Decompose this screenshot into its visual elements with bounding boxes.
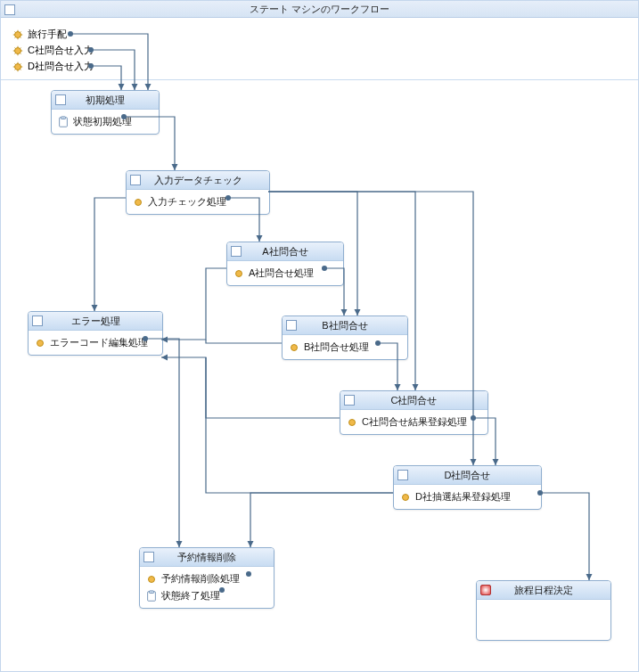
state-title: 初期処理 <box>86 94 125 107</box>
final-state-icon <box>480 585 491 595</box>
svg-point-8 <box>291 344 298 350</box>
activity: 状態初期処理 <box>57 113 153 130</box>
activity: 状態終了処理 <box>145 587 268 604</box>
state-header: 初期処理 <box>52 91 159 110</box>
state-title: C社問合せ <box>391 394 438 407</box>
state-c-inquiry[interactable]: C社問合せ C社問合せ結果登録処理 <box>340 390 488 435</box>
state-header: 予約情報削除 <box>140 548 274 567</box>
state-header: B社問合せ <box>283 316 407 335</box>
activity: 予約情報削除処理 <box>145 570 268 587</box>
state-header: エラー処理 <box>29 312 162 331</box>
svg-point-11 <box>149 576 155 582</box>
state-title: 旅程日程決定 <box>514 584 573 597</box>
activity-label: 入力チェック処理 <box>148 195 226 209</box>
svg-rect-4 <box>61 116 65 119</box>
state-body: 状態初期処理 <box>52 110 159 134</box>
activity: D社抽選結果登録処理 <box>399 488 536 505</box>
state-title: エラー処理 <box>71 315 120 328</box>
state-a-inquiry[interactable]: A社問合せ A社問合せ処理 <box>226 242 344 286</box>
state-body: エラーコード編集処理 <box>29 331 162 355</box>
square-icon <box>130 175 141 185</box>
title-bar: ステート マシンのワークフロー <box>1 1 638 18</box>
gear-icon <box>145 573 158 586</box>
activity: A社問合せ処理 <box>233 265 338 282</box>
state-title: 予約情報削除 <box>177 551 236 564</box>
state-header: 入力データチェック <box>127 171 269 190</box>
state-itinerary[interactable]: 旅程日程決定 <box>476 580 611 641</box>
state-initial[interactable]: 初期処理 状態初期処理 <box>51 90 160 135</box>
state-header: 旅程日程決定 <box>477 581 610 600</box>
state-body: C社問合せ結果登録処理 <box>340 410 487 434</box>
state-delete-reservation[interactable]: 予約情報削除 予約情報削除処理 状態終了処理 <box>139 547 274 609</box>
input-label: D社問合せ入力 <box>28 60 94 73</box>
gear-icon <box>346 416 358 429</box>
square-icon <box>286 320 297 331</box>
title-text: ステート マシンのワークフロー <box>250 4 389 14</box>
svg-point-6 <box>236 270 242 276</box>
square-icon <box>231 246 242 257</box>
state-b-inquiry[interactable]: B社問合せ B社問合せ処理 <box>282 316 408 360</box>
input-label: 旅行手配 <box>28 28 67 41</box>
square-icon <box>344 395 355 406</box>
square-icon <box>32 316 43 326</box>
svg-point-5 <box>135 199 142 205</box>
activity-label: エラーコード編集処理 <box>50 336 148 349</box>
workflow-canvas: ステート マシンのワークフロー 旅行手配 C社問合せ入力 D社問合せ入力 初期処… <box>0 0 639 672</box>
state-input-check[interactable]: 入力データチェック 入力チェック処理 <box>126 170 270 215</box>
gear-icon <box>288 341 300 354</box>
activity-label: B社問合せ処理 <box>304 340 369 354</box>
activity-label: 状態初期処理 <box>73 115 132 128</box>
activity: C社問合せ結果登録処理 <box>346 414 482 430</box>
divider <box>1 79 638 80</box>
state-title: 入力データチェック <box>154 174 242 187</box>
activity: 入力チェック処理 <box>132 193 264 210</box>
clipboard-icon <box>57 116 70 128</box>
gear-icon <box>34 337 46 349</box>
square-icon <box>4 4 15 15</box>
activity-label: D社抽選結果登録処理 <box>415 490 511 504</box>
state-title: B社問合せ <box>322 319 367 332</box>
input-label: C社問合せ入力 <box>28 44 94 57</box>
state-title: D社問合せ <box>445 469 491 482</box>
input-item: D社問合せ入力 <box>12 60 94 73</box>
square-icon <box>55 94 66 105</box>
state-body: 予約情報削除処理 状態終了処理 <box>140 567 274 608</box>
state-d-inquiry[interactable]: D社問合せ D社抽選結果登録処理 <box>393 465 542 510</box>
square-icon <box>143 552 154 562</box>
svg-point-9 <box>349 419 356 425</box>
state-body: A社問合せ処理 <box>227 261 343 285</box>
input-item: 旅行手配 <box>12 28 67 41</box>
clipboard-icon <box>145 590 158 602</box>
gear-icon <box>12 29 24 41</box>
svg-point-10 <box>403 494 409 500</box>
state-body <box>477 600 610 607</box>
activity: エラーコード編集処理 <box>34 334 157 351</box>
state-header: A社問合せ <box>227 242 343 261</box>
svg-rect-13 <box>149 590 153 593</box>
square-icon <box>397 470 408 480</box>
state-error[interactable]: エラー処理 エラーコード編集処理 <box>28 311 163 356</box>
activity-label: 予約情報削除処理 <box>161 572 240 586</box>
state-title: A社問合せ <box>262 245 307 258</box>
state-header: D社問合せ <box>394 466 541 485</box>
activity-label: C社問合せ結果登録処理 <box>362 415 467 429</box>
svg-point-14 <box>68 31 73 37</box>
gear-icon <box>12 45 24 57</box>
state-header: C社問合せ <box>340 391 487 410</box>
input-item: C社問合せ入力 <box>12 44 94 57</box>
activity: B社問合せ処理 <box>288 339 402 356</box>
gear-icon <box>399 491 412 504</box>
svg-point-7 <box>37 340 44 346</box>
gear-icon <box>12 61 24 73</box>
gear-icon <box>233 267 245 280</box>
activity-label: A社問合せ処理 <box>249 266 314 280</box>
state-body: B社問合せ処理 <box>283 335 407 359</box>
state-body: 入力チェック処理 <box>127 190 269 214</box>
state-body: D社抽選結果登録処理 <box>394 485 541 509</box>
activity-label: 状態終了処理 <box>161 589 220 602</box>
gear-icon <box>132 196 144 209</box>
